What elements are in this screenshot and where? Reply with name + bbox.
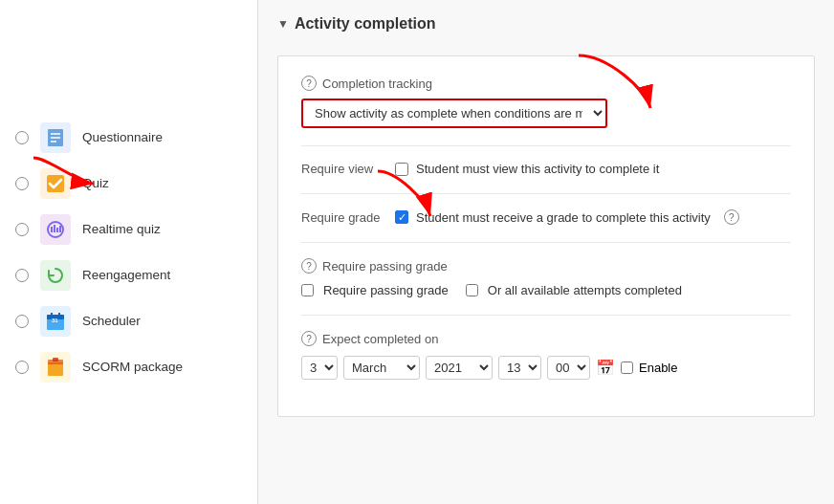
calendar-icon[interactable]: 📅	[596, 359, 615, 378]
main-content: ▼ Activity completion ? Completion track…	[258, 0, 834, 504]
sidebar-radio-scheduler[interactable]	[15, 315, 29, 328]
sidebar-label-reengagement: Reengagement	[82, 268, 170, 282]
sidebar-item-quiz[interactable]: Quiz	[0, 161, 257, 207]
sidebar-item-scheduler[interactable]: 31 Scheduler	[0, 298, 257, 344]
passing-grade-help-icon[interactable]: ?	[301, 258, 317, 274]
completion-tracking-help-icon[interactable]: ?	[301, 76, 317, 91]
quiz-icon	[40, 168, 71, 199]
svg-rect-16	[48, 362, 63, 376]
require-passing-grade-row: ? Require passing grade Require passing …	[301, 258, 791, 297]
expect-completed-help-icon[interactable]: ?	[301, 331, 317, 346]
all-attempts-checkbox[interactable]	[466, 284, 478, 296]
require-grade-checkbox[interactable]: ✓	[395, 210, 408, 224]
sidebar-item-realtime-quiz[interactable]: Realtime quiz	[0, 207, 257, 252]
scheduler-icon: 31	[40, 306, 71, 337]
require-view-checkbox-row: Require view Student must view this acti…	[301, 162, 791, 176]
passing-grade-option1: Require passing grade	[323, 283, 449, 297]
section-title-text: Activity completion	[295, 15, 436, 33]
divider-2	[301, 193, 791, 194]
passing-grade-option2: Or all available attempts completed	[488, 283, 682, 297]
sidebar-radio-questionnaire[interactable]	[15, 131, 29, 144]
sidebar-radio-realtime-quiz[interactable]	[15, 223, 29, 236]
form-panel: ? Completion tracking Do not indicate ac…	[277, 55, 815, 417]
sidebar-label-scheduler: Scheduler	[82, 314, 141, 328]
sidebar-item-scorm-package[interactable]: SCORM package	[0, 344, 257, 390]
sidebar-item-reengagement[interactable]: Reengagement	[0, 252, 257, 298]
scorm-icon	[40, 352, 71, 383]
completion-tracking-select[interactable]: Do not indicate activity completion Stud…	[301, 99, 607, 128]
date-row: 3 March 2021 13 00 📅	[301, 356, 791, 380]
enable-checkbox[interactable]	[621, 362, 633, 374]
completion-tracking-select-row: Do not indicate activity completion Stud…	[301, 99, 791, 128]
month-select[interactable]: March	[343, 356, 420, 380]
require-grade-description: Student must receive a grade to complete…	[416, 210, 711, 225]
require-view-label: Require view	[301, 162, 387, 176]
sidebar-item-questionnaire[interactable]: Questionnaire	[0, 115, 257, 161]
require-grade-row: Require grade ✓ Student must receive a g…	[301, 209, 791, 225]
divider-3	[301, 242, 791, 243]
completion-tracking-label-text: Completion tracking	[322, 77, 432, 91]
completion-tracking-label: ? Completion tracking	[301, 76, 791, 91]
passing-grade-label-text: Require passing grade	[322, 259, 448, 274]
sidebar: Questionnaire Quiz	[0, 0, 258, 504]
passing-grade-options: Require passing grade Or all available a…	[301, 283, 791, 297]
sidebar-radio-reengagement[interactable]	[15, 269, 29, 282]
day-select[interactable]: 3	[301, 356, 338, 380]
require-grade-inner: Require grade ✓ Student must receive a g…	[301, 209, 791, 225]
enable-label: Enable	[639, 361, 677, 375]
require-grade-label: Require grade	[301, 210, 387, 225]
require-view-checkbox[interactable]	[395, 163, 408, 176]
divider-4	[301, 315, 791, 316]
time-select[interactable]: 00	[547, 356, 590, 380]
svg-rect-18	[53, 358, 58, 362]
year-select[interactable]: 2021	[426, 356, 493, 380]
questionnaire-icon	[40, 122, 71, 153]
sidebar-label-realtime-quiz: Realtime quiz	[82, 222, 161, 236]
require-view-row: Require view Student must view this acti…	[301, 162, 791, 176]
sidebar-label-quiz: Quiz	[82, 176, 109, 190]
require-passing-grade-checkbox[interactable]	[301, 284, 314, 296]
collapse-icon[interactable]: ▼	[277, 17, 289, 31]
date-select-2[interactable]: 13	[498, 356, 541, 380]
passing-grade-label: ? Require passing grade	[301, 258, 791, 274]
realtime-quiz-icon	[40, 214, 71, 245]
svg-text:31: 31	[52, 318, 58, 323]
sidebar-label-scorm: SCORM package	[82, 360, 183, 374]
sidebar-radio-scorm[interactable]	[15, 361, 29, 374]
require-grade-help-icon[interactable]: ?	[724, 209, 739, 225]
completion-tracking-row: ? Completion tracking Do not indicate ac…	[301, 76, 791, 128]
divider-1	[301, 145, 791, 146]
expect-completed-on-row: ? Expect completed on 3 March 2021 13	[301, 331, 791, 380]
expect-completed-label-text: Expect completed on	[322, 332, 438, 346]
expect-completed-label: ? Expect completed on	[301, 331, 791, 346]
section-title: ▼ Activity completion	[277, 15, 815, 40]
sidebar-label-questionnaire: Questionnaire	[82, 130, 163, 144]
sidebar-radio-quiz[interactable]	[15, 177, 29, 190]
reengagement-icon	[40, 260, 71, 291]
require-view-description: Student must view this activity to compl…	[416, 162, 659, 176]
